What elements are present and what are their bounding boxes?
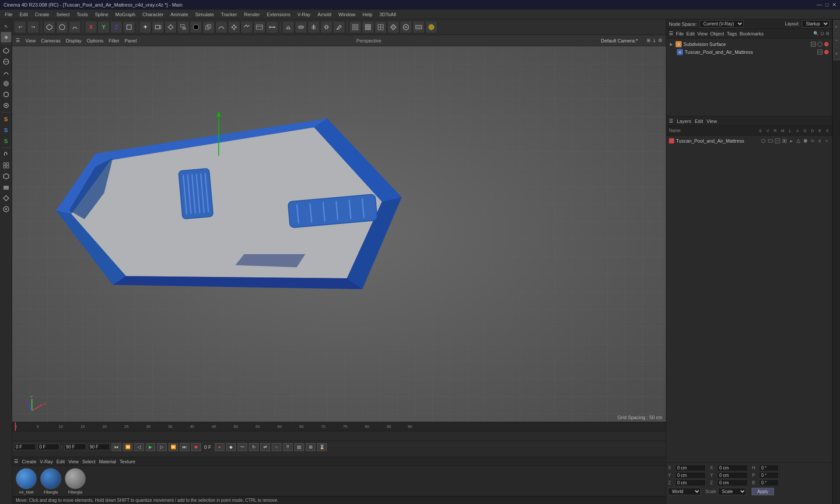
viewport-display-menu[interactable]: Display: [66, 38, 81, 43]
bounce-button[interactable]: ⇌: [260, 443, 270, 451]
coord-scale-dropdown[interactable]: Scale Move Rotate: [718, 488, 746, 495]
layer-icon-5[interactable]: ▶: [788, 138, 794, 144]
menu-render[interactable]: Render: [241, 11, 263, 18]
menu-file[interactable]: File: [2, 11, 16, 18]
obj-item-subdivision[interactable]: ▶ S Subdivision Surface: [668, 40, 830, 48]
shading-b7[interactable]: [425, 21, 438, 33]
material-fibergla1[interactable]: Fibergla: [40, 468, 61, 494]
coord-p-field[interactable]: [759, 472, 779, 479]
loop-button[interactable]: ↻: [249, 443, 259, 451]
layer-item-pool[interactable]: Tuscan_Pool_and_Air_Mattress: [667, 136, 831, 145]
frame-current-field[interactable]: [38, 444, 60, 450]
edge-btn-1[interactable]: A: [833, 20, 840, 33]
powerslider-button[interactable]: ⠿: [283, 443, 293, 451]
coord-b-field[interactable]: [759, 480, 779, 486]
pen-button[interactable]: [333, 21, 345, 33]
materials-view-menu[interactable]: View: [68, 459, 79, 464]
menu-simulate[interactable]: Simulate: [192, 11, 217, 18]
auto-key-button[interactable]: ●: [215, 443, 224, 451]
coord-z-pos-field[interactable]: [675, 480, 706, 486]
layer-icon-2[interactable]: [767, 138, 774, 144]
obj-menu-icon[interactable]: ☰: [669, 31, 673, 36]
tool-point[interactable]: [1, 100, 11, 111]
material-button[interactable]: [190, 21, 202, 33]
maximize-button[interactable]: □: [826, 2, 829, 8]
record-button[interactable]: ⏺: [191, 443, 201, 451]
obj-tags-menu[interactable]: Tags: [727, 31, 737, 36]
layers-edit-menu[interactable]: Edit: [695, 119, 703, 124]
material-fibergla2[interactable]: Fibergla: [65, 468, 86, 494]
deform-button[interactable]: [215, 21, 228, 33]
coord-h-field[interactable]: [759, 465, 779, 471]
viewport-options-menu[interactable]: Options: [87, 38, 103, 43]
node-space-dropdown[interactable]: Current (V-Ray): [700, 20, 744, 28]
tool-layers2[interactable]: [1, 182, 11, 192]
tool-sculpt[interactable]: [1, 67, 11, 78]
tool-magnet[interactable]: [1, 149, 11, 160]
materials-create-menu[interactable]: Create: [22, 459, 36, 464]
model-mode-button[interactable]: [43, 21, 56, 33]
tool-model[interactable]: [1, 46, 11, 56]
menu-tracker[interactable]: Tracker: [218, 11, 240, 18]
play-button[interactable]: ▶: [146, 443, 155, 451]
viewport[interactable]: X Y Z Grid Spacing : 50 cm: [12, 46, 666, 422]
obj-search-icon[interactable]: 🔍: [813, 31, 819, 36]
obj-edit-menu[interactable]: Edit: [686, 31, 695, 36]
timeline-track[interactable]: [12, 431, 666, 441]
obj-item-pool[interactable]: M Tuscan_Pool_and_Air_Mattress: [668, 48, 830, 56]
material-air-matt[interactable]: Air_Matt: [16, 468, 37, 494]
shading-b3[interactable]: [374, 21, 387, 33]
settings-button[interactable]: [320, 21, 332, 33]
apply-button[interactable]: Apply: [752, 488, 774, 495]
redo-button[interactable]: ↪: [27, 21, 39, 33]
obj-toggle-v1[interactable]: [811, 42, 816, 47]
menu-character[interactable]: Character: [139, 11, 166, 18]
layer-button[interactable]: ▤: [294, 443, 304, 451]
obj-filter-icon[interactable]: ⊡: [820, 31, 824, 36]
menu-arnold[interactable]: Arnold: [315, 11, 335, 18]
frame-start-field[interactable]: [14, 444, 36, 450]
rotate-x-button[interactable]: X: [85, 21, 97, 33]
viewport-settings-icon[interactable]: ⚙: [658, 38, 662, 43]
viewport-download-icon[interactable]: ⤓: [652, 38, 656, 43]
menu-animate[interactable]: Animate: [168, 11, 191, 18]
materials-vray-menu[interactable]: V-Ray: [40, 459, 53, 464]
minimize-button[interactable]: —: [817, 2, 822, 8]
render-region-button[interactable]: [177, 21, 189, 33]
tool-pointer[interactable]: ↖: [1, 21, 11, 32]
menu-vray[interactable]: V-Ray: [294, 11, 314, 18]
new-object-button[interactable]: ✚: [139, 21, 151, 33]
coord-y-rot-field[interactable]: [717, 472, 748, 479]
layer-icon-3[interactable]: [774, 138, 780, 144]
tool-edge[interactable]: [1, 89, 11, 100]
clone-button[interactable]: [203, 21, 215, 33]
rotate-z-button[interactable]: Z: [110, 21, 122, 33]
tool-texture[interactable]: [1, 56, 11, 67]
obj-bookmarks-menu[interactable]: Bookmarks: [739, 31, 763, 36]
tool-s2[interactable]: S: [1, 125, 11, 135]
tool-polygon[interactable]: [1, 78, 11, 89]
shading-b5[interactable]: [400, 21, 412, 33]
viewport-panel-menu[interactable]: Panel: [125, 38, 137, 43]
tool-hexagon[interactable]: [1, 171, 11, 182]
prev-frame-button[interactable]: ⏪: [123, 443, 133, 451]
fx-button[interactable]: [241, 21, 253, 33]
coord-y-pos-field[interactable]: [675, 472, 706, 479]
close-button[interactable]: ✕: [832, 2, 836, 8]
texture-mode-button[interactable]: [56, 21, 68, 33]
obj-file-menu[interactable]: File: [676, 31, 684, 36]
motion-path-button[interactable]: 〜: [238, 443, 247, 451]
tool-move[interactable]: ✥: [1, 32, 11, 42]
layer-icon-4[interactable]: [781, 138, 788, 144]
rel-button[interactable]: ○: [272, 443, 281, 451]
particles-button[interactable]: [228, 21, 240, 33]
align-button[interactable]: [308, 21, 320, 33]
menu-create[interactable]: Create: [32, 11, 52, 18]
obj-object-menu[interactable]: Object: [710, 31, 724, 36]
obj-settings2-icon[interactable]: ⚙: [826, 31, 830, 36]
coord-z-rot-field[interactable]: [717, 480, 748, 486]
layer-icon-9[interactable]: ⊞: [816, 138, 822, 144]
menu-3dtoall[interactable]: 3DToAll: [376, 11, 399, 18]
next-key-button[interactable]: ▷: [157, 443, 167, 451]
measure-button[interactable]: [295, 21, 307, 33]
